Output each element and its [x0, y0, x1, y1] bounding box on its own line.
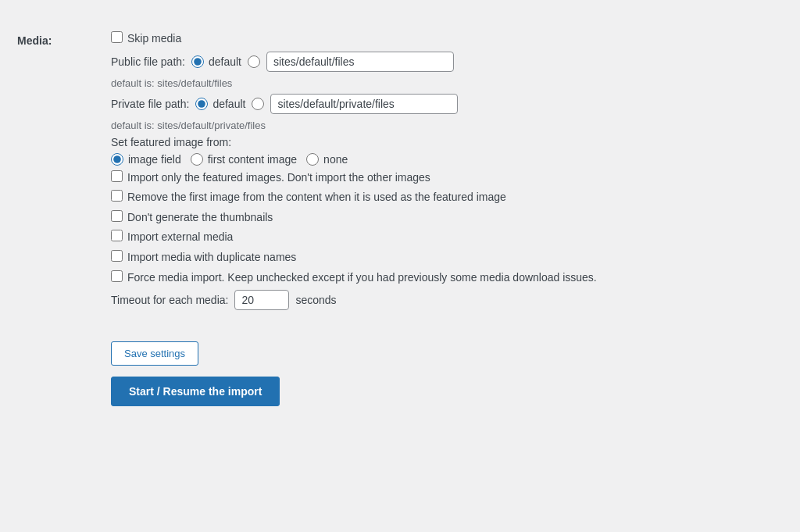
import-external-media-group: Import external media — [111, 230, 783, 245]
public-default-radio-label[interactable]: default — [209, 55, 241, 68]
dont-generate-thumbnails-group: Don't generate the thumbnails — [111, 210, 783, 226]
none-radio-group: none — [306, 153, 348, 166]
import-external-media-checkbox[interactable] — [111, 230, 123, 241]
import-external-media-label[interactable]: Import external media — [127, 230, 233, 245]
first-content-radio-group: first content image — [191, 153, 297, 166]
import-only-featured-group: Import only the featured images. Don't i… — [111, 170, 783, 186]
import-media-duplicate-checkbox[interactable] — [111, 250, 123, 262]
timeout-label: Timeout for each media: — [111, 294, 228, 306]
timeout-unit: seconds — [295, 294, 336, 306]
public-custom-radio-group — [248, 55, 260, 68]
skip-media-checkbox[interactable] — [111, 31, 123, 43]
timeout-input[interactable] — [234, 290, 289, 310]
none-radio[interactable] — [306, 153, 319, 166]
none-label[interactable]: none — [323, 153, 348, 166]
private-custom-radio-group — [252, 98, 264, 110]
remove-first-image-group: Remove the first image from the content … — [111, 190, 783, 205]
force-media-import-label[interactable]: Force media import. Keep unchecked excep… — [127, 270, 597, 286]
private-file-path-input[interactable] — [270, 94, 458, 114]
public-custom-radio[interactable] — [248, 55, 260, 68]
public-file-path-input[interactable] — [266, 52, 454, 72]
remove-first-image-checkbox[interactable] — [111, 190, 123, 202]
import-media-duplicate-label[interactable]: Import media with duplicate names — [127, 250, 296, 266]
page-wrapper: Media: Skip media Public file path: defa… — [17, 23, 783, 406]
private-default-radio[interactable] — [195, 98, 208, 110]
dont-generate-thumbnails-checkbox[interactable] — [111, 210, 123, 222]
image-field-radio[interactable] — [111, 153, 123, 166]
image-field-radio-group: image field — [111, 153, 181, 166]
dont-generate-thumbnails-label[interactable]: Don't generate the thumbnails — [127, 210, 273, 226]
force-media-import-checkbox[interactable] — [111, 270, 123, 282]
import-media-duplicate-group: Import media with duplicate names — [111, 250, 783, 266]
public-file-path-label: Public file path: — [111, 55, 185, 68]
public-default-radio-group: default — [191, 55, 241, 68]
media-label: Media: — [17, 31, 111, 47]
private-custom-radio[interactable] — [252, 98, 264, 110]
public-path-hint: default is: sites/default/files — [111, 77, 783, 89]
force-media-import-group: Force media import. Keep unchecked excep… — [111, 270, 783, 286]
image-field-label[interactable]: image field — [128, 153, 181, 166]
public-default-radio[interactable] — [191, 55, 204, 68]
private-path-hint: default is: sites/default/private/files — [111, 120, 783, 131]
button-row: Save settings Start / Resume the import — [17, 341, 783, 406]
private-file-path-row: Private file path: default — [111, 94, 783, 114]
media-settings-content: Skip media Public file path: default def… — [111, 31, 783, 310]
skip-media-group: Skip media — [111, 31, 783, 47]
media-settings-row: Media: Skip media Public file path: defa… — [17, 23, 783, 318]
first-content-radio[interactable] — [191, 153, 203, 166]
public-file-path-row: Public file path: default — [111, 52, 783, 72]
first-content-image-label[interactable]: first content image — [208, 153, 297, 166]
set-featured-label: Set featured image from: — [111, 136, 783, 148]
private-default-radio-label[interactable]: default — [212, 98, 245, 110]
divider — [17, 318, 783, 334]
start-import-button[interactable]: Start / Resume the import — [111, 377, 280, 406]
save-settings-button[interactable]: Save settings — [111, 341, 198, 366]
skip-media-label[interactable]: Skip media — [127, 31, 181, 47]
private-file-path-label: Private file path: — [111, 98, 189, 110]
import-only-featured-label[interactable]: Import only the featured images. Don't i… — [127, 170, 430, 186]
import-only-featured-checkbox[interactable] — [111, 170, 123, 182]
remove-first-image-label[interactable]: Remove the first image from the content … — [127, 190, 506, 205]
timeout-row: Timeout for each media: seconds — [111, 290, 783, 310]
featured-image-row: image field first content image none — [111, 153, 783, 166]
private-default-radio-group: default — [195, 98, 245, 110]
